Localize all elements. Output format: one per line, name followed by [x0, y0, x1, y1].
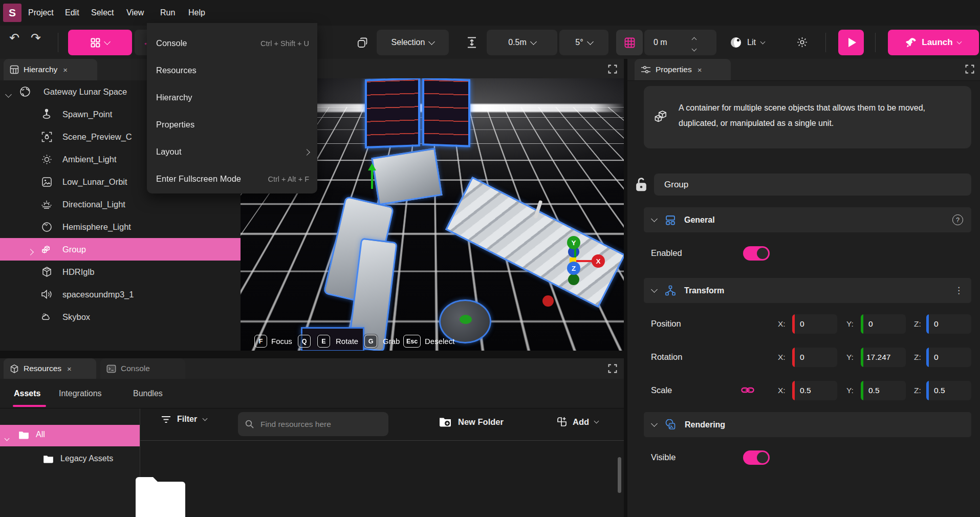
tab-hierarchy[interactable]: Hierarchy ×: [4, 59, 97, 80]
tree-item[interactable]: Skybox: [0, 306, 241, 328]
grid-toggle-button[interactable]: [616, 30, 643, 55]
gizmo-x-handle[interactable]: X: [592, 254, 605, 268]
folder-row-all[interactable]: All: [0, 425, 140, 446]
duplicate-button[interactable]: [351, 30, 374, 55]
transform-icon: [665, 285, 676, 296]
new-folder-button[interactable]: New Folder: [439, 417, 504, 427]
menu-item-properties[interactable]: Properties: [147, 111, 317, 138]
resource-search[interactable]: [238, 412, 388, 436]
section-general[interactable]: General ?: [644, 207, 971, 232]
menu-view[interactable]: View: [126, 0, 144, 26]
kebab-menu-icon[interactable]: ⋮: [954, 285, 963, 296]
grid-snap-dropdown[interactable]: 0.5m: [487, 30, 557, 55]
scrollbar[interactable]: [618, 457, 621, 493]
menu-item-layout[interactable]: Layout: [147, 138, 317, 165]
rotation-snap-dropdown[interactable]: 5°: [559, 30, 608, 55]
link-scale-icon[interactable]: [741, 384, 754, 396]
launch-label: Launch: [922, 37, 952, 48]
menu-edit[interactable]: Edit: [65, 0, 79, 26]
station-module: [371, 148, 442, 206]
enabled-toggle[interactable]: [743, 246, 770, 261]
asset-folder-thumbnail[interactable]: [135, 475, 187, 517]
gizmo-handle-dark-green[interactable]: [568, 274, 579, 285]
elevation-fit-button[interactable]: [461, 30, 483, 55]
rotation-z-field[interactable]: 0: [926, 348, 971, 367]
rotation-x-field[interactable]: 0: [792, 348, 837, 367]
fullscreen-icon[interactable]: [965, 64, 974, 74]
chevron-down-icon[interactable]: [5, 433, 9, 442]
menu-run[interactable]: Run: [160, 0, 175, 26]
properties-sliders-icon: [641, 65, 651, 74]
gizmo-green-arrowhead[interactable]: [368, 163, 376, 170]
tab-console[interactable]: Console: [100, 358, 185, 379]
filter-dropdown[interactable]: Filter: [161, 415, 207, 424]
gizmo-handle-red[interactable]: [542, 295, 554, 307]
subtab-assets[interactable]: Assets: [14, 379, 40, 408]
tree-item-label: HDRIglb: [62, 267, 94, 277]
gizmo-handle-green-ellipse[interactable]: [460, 315, 472, 324]
key-f-chip: F: [254, 335, 267, 348]
menu-item-resources[interactable]: Resources: [147, 57, 317, 84]
gizmo-green-axis[interactable]: [371, 169, 373, 189]
close-icon[interactable]: ×: [67, 364, 72, 373]
play-button[interactable]: [838, 30, 864, 55]
chevron-down-icon[interactable]: [6, 89, 11, 99]
tree-item[interactable]: Directional_Light: [0, 193, 241, 216]
search-input[interactable]: [259, 419, 381, 429]
layout-grid-button[interactable]: [68, 30, 132, 55]
gizmo-z-handle[interactable]: Z: [567, 262, 580, 275]
subtab-integrations[interactable]: Integrations: [59, 379, 102, 408]
close-icon[interactable]: ×: [698, 66, 702, 74]
menu-project[interactable]: Project: [28, 0, 54, 26]
gizmo-y-handle[interactable]: Y: [567, 236, 580, 249]
chevron-right-icon[interactable]: [28, 247, 33, 256]
menu-help[interactable]: Help: [188, 0, 205, 26]
render-mode-dropdown[interactable]: Lit: [722, 30, 773, 55]
stepper-down-icon[interactable]: [692, 44, 696, 53]
group-cubes-icon: [41, 244, 52, 255]
selection-mode-dropdown[interactable]: Selection: [377, 30, 449, 55]
tree-item-group-selected[interactable]: Group: [0, 238, 241, 261]
toolbar-separator: [875, 33, 876, 52]
tab-hierarchy-label: Hierarchy: [24, 65, 57, 74]
scale-x-field[interactable]: 0.5: [792, 381, 837, 400]
help-icon[interactable]: ?: [952, 214, 963, 225]
unlock-icon[interactable]: [634, 177, 649, 193]
rotation-y-field[interactable]: 17.247: [861, 348, 906, 367]
tab-properties[interactable]: Properties ×: [635, 59, 731, 80]
elevation-stepper[interactable]: 0 m: [644, 30, 716, 55]
redo-icon[interactable]: ↷: [31, 31, 41, 45]
add-dropdown[interactable]: Add: [557, 417, 598, 427]
menu-item-enter-fullscreen[interactable]: Enter Fullscreen Mode Ctrl + Alt + F: [147, 165, 317, 192]
menu-item-hierarchy[interactable]: Hierarchy: [147, 84, 317, 111]
section-rendering[interactable]: Rendering: [644, 412, 971, 437]
toolbar-separator: [825, 33, 826, 52]
fullscreen-icon[interactable]: [608, 64, 617, 74]
position-z-field[interactable]: 0: [926, 314, 971, 334]
stepper-up-icon[interactable]: [692, 34, 696, 44]
tree-item[interactable]: spacesoundmp3_1: [0, 283, 241, 306]
object-name-input[interactable]: [654, 174, 971, 196]
fullscreen-icon[interactable]: [608, 364, 617, 373]
launch-button[interactable]: Launch: [888, 30, 979, 55]
subtab-bundles[interactable]: Bundles: [133, 379, 163, 408]
close-icon[interactable]: ×: [63, 66, 68, 74]
tab-resources[interactable]: Resources ×: [4, 358, 96, 379]
menu-select[interactable]: Select: [91, 0, 114, 26]
position-x-field[interactable]: 0: [792, 314, 837, 334]
settings-gear-icon[interactable]: [796, 36, 808, 48]
position-y-field[interactable]: 0: [861, 314, 906, 334]
menu-item-console[interactable]: Console Ctrl + Shift + U: [147, 30, 317, 57]
tree-item[interactable]: HDRIglb: [0, 261, 241, 283]
folder-row-legacy-assets[interactable]: Legacy Assets: [0, 449, 140, 470]
app-logo[interactable]: S: [3, 4, 21, 22]
tree-item[interactable]: Hemisphere_Light: [0, 216, 241, 238]
section-transform[interactable]: Transform ⋮: [644, 278, 971, 303]
tab-properties-label: Properties: [656, 65, 692, 74]
visible-toggle[interactable]: [743, 450, 770, 465]
scale-z-field[interactable]: 0.5: [926, 381, 971, 400]
globe-icon: [19, 86, 31, 97]
chevron-down-icon: [956, 39, 962, 44]
scale-y-field[interactable]: 0.5: [861, 381, 906, 400]
undo-icon[interactable]: ↶: [9, 31, 19, 45]
